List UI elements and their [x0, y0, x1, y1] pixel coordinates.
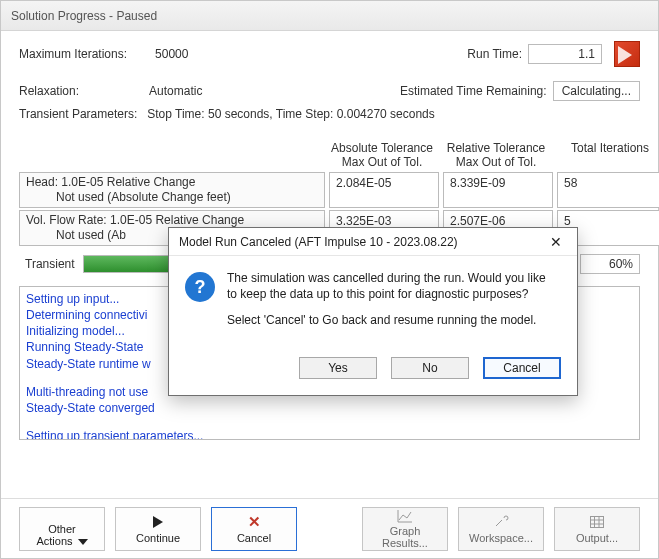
transient-label: Transient	[19, 257, 79, 271]
output-label: Output...	[576, 532, 618, 544]
transient-params-value: Stop Time: 50 seconds, Time Step: 0.0042…	[147, 107, 435, 121]
question-icon: ?	[185, 272, 215, 302]
run-time-label: Run Time:	[467, 47, 522, 61]
col-total-iter: Total Iterations	[553, 141, 659, 170]
graph-results-label: Graph Results...	[369, 525, 441, 549]
dialog-actions: Yes No Cancel	[169, 349, 577, 395]
continue-label: Continue	[136, 532, 180, 544]
dialog-cancel-button[interactable]: Cancel	[483, 357, 561, 379]
cancel-label: Cancel	[237, 532, 271, 544]
chart-icon	[397, 509, 413, 523]
log-line: Steady-State converged	[26, 400, 633, 416]
tol-row-main: Head: 1.0E-05 Relative Change	[26, 175, 318, 190]
grid-icon	[590, 514, 604, 530]
dialog-yes-button[interactable]: Yes	[299, 357, 377, 379]
stop-icon[interactable]	[614, 41, 640, 67]
wrench-icon	[493, 514, 509, 530]
dialog-line1: The simulation was cancelled during the …	[227, 270, 557, 302]
max-iterations-label: Maximum Iterations:	[19, 47, 127, 61]
window-title: Solution Progress - Paused	[11, 9, 157, 23]
close-icon[interactable]: ✕	[541, 231, 571, 253]
relaxation-label: Relaxation:	[19, 84, 79, 98]
transient-percent: 60%	[580, 254, 640, 274]
other-actions-button[interactable]: Other Actions	[19, 507, 105, 551]
tolerance-columns-header: Absolute Tolerance Max Out of Tol. Relat…	[19, 141, 640, 170]
tolerance-row-label: Head: 1.0E-05 Relative Change Not used (…	[19, 172, 325, 208]
cancel-button[interactable]: ✕ Cancel	[211, 507, 297, 551]
tol-row-main: Vol. Flow Rate: 1.0E-05 Relative Change	[26, 213, 318, 228]
run-time-value: 1.1	[528, 44, 602, 64]
transient-params-label: Transient Parameters:	[19, 107, 137, 121]
dialog-title: Model Run Canceled (AFT Impulse 10 - 202…	[179, 235, 458, 249]
output-button[interactable]: Output...	[554, 507, 640, 551]
play-icon	[153, 514, 163, 530]
rel-tol-value: 8.339E-09	[443, 172, 553, 208]
continue-button[interactable]: Continue	[115, 507, 201, 551]
col-rel-tol: Relative Tolerance Max Out of Tol.	[439, 141, 553, 170]
x-icon: ✕	[248, 514, 261, 530]
dialog-titlebar: Model Run Canceled (AFT Impulse 10 - 202…	[169, 228, 577, 256]
dialog-line2: Select 'Cancel' to Go back and resume ru…	[227, 312, 557, 328]
log-line: Setting up transient parameters...	[26, 428, 633, 440]
solution-progress-window: Solution Progress - Paused Maximum Itera…	[0, 0, 659, 559]
tol-row-sub: Not used (Absolute Change feet)	[26, 190, 318, 205]
abs-tol-value: 2.084E-05	[329, 172, 439, 208]
model-run-canceled-dialog: Model Run Canceled (AFT Impulse 10 - 202…	[168, 227, 578, 396]
window-titlebar: Solution Progress - Paused	[1, 1, 658, 31]
graph-results-button[interactable]: Graph Results...	[362, 507, 448, 551]
max-iterations-value: 50000	[155, 47, 188, 61]
chevron-down-icon	[78, 539, 88, 545]
relaxation-value: Automatic	[149, 84, 202, 98]
svg-rect-0	[591, 516, 604, 527]
footer-toolbar: Other Actions Continue ✕ Cancel Graph Re…	[1, 498, 658, 558]
other-actions-label: Other Actions	[36, 523, 75, 547]
workspace-button[interactable]: Workspace...	[458, 507, 544, 551]
total-iter-value: 58	[557, 172, 659, 208]
etr-label: Estimated Time Remaining:	[400, 84, 547, 98]
workspace-label: Workspace...	[469, 532, 533, 544]
col-abs-tol: Absolute Tolerance Max Out of Tol.	[325, 141, 439, 170]
etr-value: Calculating...	[553, 81, 640, 101]
dialog-text: The simulation was cancelled during the …	[227, 270, 557, 339]
dialog-body: ? The simulation was cancelled during th…	[169, 256, 577, 349]
tolerance-row-head: Head: 1.0E-05 Relative Change Not used (…	[19, 172, 640, 208]
dialog-no-button[interactable]: No	[391, 357, 469, 379]
log-blank	[26, 416, 633, 428]
